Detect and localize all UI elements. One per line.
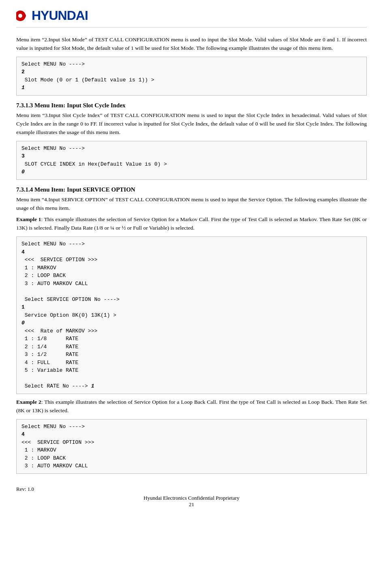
code-block-3: Select MENU No ----> 4 <<< SERVICE OPTIO… xyxy=(16,236,367,394)
section-7314-text1: Menu item “4.Input SERVICE OPTION” of TE… xyxy=(16,196,367,213)
code3-service-val: 0 xyxy=(21,320,25,326)
footer-rev: Rev: 1.0 xyxy=(16,486,367,492)
logo: HYUNDAI xyxy=(16,8,88,23)
footer-center: Hyundai Electronics Confidential Proprie… xyxy=(16,495,367,508)
code1-line4: 1 xyxy=(21,85,25,91)
code1-line2: 2 xyxy=(21,69,25,75)
example2-label: Example 2 xyxy=(16,399,41,405)
code3-rate-val: 1 xyxy=(91,383,94,389)
intro-paragraph: Menu item “2.Input Slot Mode” of TEST CA… xyxy=(16,36,367,53)
section-7314-title: 7.3.1.4 Menu Item: Input SERVICE OPTION xyxy=(16,186,367,193)
section-7313-text: Menu item “3.Input Slot Cycle Index” of … xyxy=(16,111,367,137)
example1-label: Example 1 xyxy=(16,216,41,222)
section-7313-title: 7.3.1.3 Menu Item: Input Slot Cycle Inde… xyxy=(16,102,367,109)
code2-line2: 3 xyxy=(21,153,25,159)
example2-paragraph: Example 2: This example illustrates the … xyxy=(16,398,367,415)
code-block-1: Select MENU No ----> 2 Slot Mode (0 or 1… xyxy=(16,57,367,96)
svg-point-1 xyxy=(18,14,22,18)
code-block-2: Select MENU No ----> 3 SLOT CYCLE INDEX … xyxy=(16,141,367,180)
company-name: Hyundai Electronics Confidential Proprie… xyxy=(16,495,367,501)
page-header: HYUNDAI xyxy=(16,8,367,28)
example1-text: : This example illustrates the selection… xyxy=(16,216,367,231)
logo-text: HYUNDAI xyxy=(32,8,88,23)
page-number: 21 xyxy=(16,501,367,508)
code4-line2: 4 xyxy=(21,431,25,437)
hyundai-logo-icon xyxy=(16,9,32,22)
code3-service-opt: 1 xyxy=(21,304,25,310)
revision-label: Rev: 1.0 xyxy=(16,486,34,492)
code-block-4: Select MENU No ----> 4 <<< SERVICE OPTIO… xyxy=(16,419,367,474)
code3-line2: 4 xyxy=(21,249,25,255)
section-7314-example1: Example 1: This example illustrates the … xyxy=(16,215,367,232)
code2-line4: 0 xyxy=(21,169,25,175)
example2-text: : This example illustrates the selection… xyxy=(16,399,367,413)
